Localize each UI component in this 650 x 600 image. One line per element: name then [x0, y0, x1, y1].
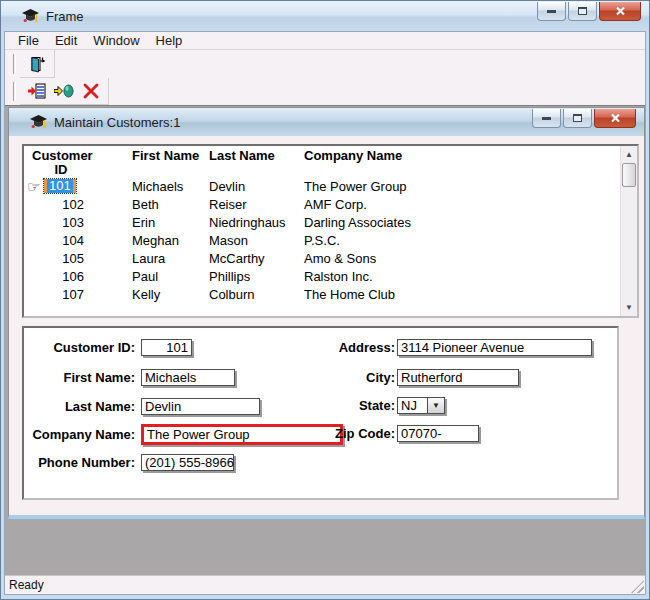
cell-first-name[interactable]: Kelly — [132, 287, 160, 302]
cell-company-name[interactable]: Amo & Sons — [304, 251, 376, 266]
delete-x-icon — [82, 82, 100, 100]
cell-first-name[interactable]: Meghan — [132, 233, 179, 248]
scrollbar-up-icon[interactable]: ▲ — [621, 147, 637, 162]
child-titlebar[interactable]: Maintain Customers:1 — [9, 108, 644, 136]
cell-first-name[interactable]: Paul — [132, 269, 158, 284]
menu-file[interactable]: File — [10, 32, 47, 49]
table-row[interactable]: 103 Erin Niedringhaus Darling Associates — [24, 214, 620, 232]
child-close-button[interactable] — [594, 109, 636, 128]
cell-customer-id[interactable]: 106 — [44, 269, 84, 284]
cell-company-name[interactable]: The Home Club — [304, 287, 395, 302]
insert-row-button[interactable] — [27, 81, 47, 101]
state-value: NJ — [398, 398, 427, 413]
cell-company-name[interactable]: The Power Group — [304, 179, 407, 194]
table-row[interactable]: 102 Beth Reiser AMF Corp. — [24, 196, 620, 214]
toolbar-row-2 — [5, 78, 645, 105]
toolbar-gripper[interactable] — [13, 82, 16, 101]
restore-icon — [573, 114, 582, 122]
last-name-label: Last Name: — [24, 398, 135, 415]
cell-last-name[interactable]: Colburn — [209, 287, 255, 302]
exit-button[interactable] — [27, 54, 47, 74]
close-button[interactable] — [599, 2, 641, 21]
customer-detail-form: Customer ID: 101 First Name: Michaels La… — [22, 326, 619, 500]
main-window: Frame File Edit Window Help — [0, 0, 650, 600]
cell-customer-id[interactable]: 105 — [44, 251, 84, 266]
selected-cell[interactable]: 101 — [43, 178, 77, 194]
dropdown-arrow-icon[interactable]: ▼ — [427, 398, 444, 413]
col-header-customer-id-line2: ID — [32, 162, 90, 177]
app-body: File Edit Window Help — [4, 31, 646, 595]
cell-first-name[interactable]: Beth — [132, 197, 159, 212]
app-icon — [21, 8, 40, 25]
cell-last-name[interactable]: Devlin — [209, 179, 245, 194]
city-label: City: — [224, 369, 395, 386]
cell-company-name[interactable]: AMF Corp. — [304, 197, 367, 212]
zip-code-label: Zip Code: — [224, 425, 395, 442]
cell-last-name[interactable]: McCarthy — [209, 251, 265, 266]
address-field[interactable]: 3114 Pioneer Avenue — [397, 339, 592, 356]
cell-customer-id[interactable]: 107 — [44, 287, 84, 302]
cell-last-name[interactable]: Reiser — [209, 197, 247, 212]
cell-company-name[interactable]: P.S.C. — [304, 233, 340, 248]
close-icon — [610, 113, 621, 123]
customer-id-field[interactable]: 101 — [141, 339, 192, 356]
grid-scrollbar[interactable]: ▲ ▼ — [620, 146, 637, 316]
status-text: Ready — [9, 578, 44, 592]
minimize-button[interactable] — [537, 2, 566, 21]
mdi-client: Maintain Customers:1 — [5, 105, 645, 575]
menu-edit[interactable]: Edit — [47, 32, 85, 49]
customer-grid: Customer ID First Name Last Name Company… — [22, 144, 639, 318]
zip-code-field[interactable]: 07070- — [397, 425, 479, 442]
col-header-customer-id: Customer — [32, 148, 90, 163]
row-indicator-hand-icon: ☞ — [27, 178, 40, 196]
phone-number-field[interactable]: (201) 555-8966 — [141, 454, 234, 471]
menu-help[interactable]: Help — [148, 32, 191, 49]
toolbar-row-1 — [5, 50, 645, 78]
city-field[interactable]: Rutherford — [397, 369, 519, 386]
close-icon — [615, 6, 626, 16]
table-row[interactable]: ☞ 101 Michaels D — [24, 178, 620, 196]
toolbar-gripper[interactable] — [13, 54, 16, 74]
table-row[interactable]: 106 Paul Phillips Ralston Inc. — [24, 268, 620, 286]
menubar: File Edit Window Help — [5, 32, 645, 50]
state-dropdown[interactable]: NJ ▼ — [397, 397, 445, 414]
grid-rows: ☞ 101 Michaels D — [24, 178, 620, 304]
main-titlebar[interactable]: Frame — [1, 1, 649, 31]
restore-icon — [578, 7, 587, 15]
cell-first-name[interactable]: Michaels — [132, 179, 183, 194]
child-restore-button[interactable] — [563, 109, 592, 128]
table-row[interactable]: 104 Meghan Mason P.S.C. — [24, 232, 620, 250]
child-body: Customer ID First Name Last Name Company… — [9, 136, 644, 514]
cell-company-name[interactable]: Darling Associates — [304, 215, 411, 230]
cell-customer-id[interactable]: 102 — [44, 197, 84, 212]
menu-window[interactable]: Window — [85, 32, 147, 49]
scrollbar-down-icon[interactable]: ▼ — [621, 300, 637, 315]
col-header-first-name: First Name — [132, 148, 199, 163]
table-row[interactable]: 107 Kelly Colburn The Home Club — [24, 286, 620, 304]
cell-last-name[interactable]: Mason — [209, 233, 248, 248]
scrollbar-thumb[interactable] — [622, 163, 636, 187]
delete-button[interactable] — [81, 81, 101, 101]
cell-last-name[interactable]: Niedringhaus — [209, 215, 286, 230]
exit-door-icon — [28, 55, 46, 73]
minimize-icon — [547, 10, 556, 13]
company-name-label: Company Name: — [24, 424, 135, 445]
first-name-field[interactable]: Michaels — [141, 369, 235, 386]
grid-header: Customer ID First Name Last Name Company… — [24, 146, 620, 178]
child-minimize-button[interactable] — [532, 109, 561, 128]
restore-button[interactable] — [568, 2, 597, 21]
address-label: Address: — [224, 339, 395, 356]
resize-grip[interactable] — [631, 580, 644, 593]
cell-company-name[interactable]: Ralston Inc. — [304, 269, 373, 284]
update-button[interactable] — [54, 81, 74, 101]
cell-first-name[interactable]: Erin — [132, 215, 155, 230]
cell-last-name[interactable]: Phillips — [209, 269, 250, 284]
minimize-icon — [542, 117, 551, 120]
text-caret — [73, 179, 76, 193]
child-window-title: Maintain Customers:1 — [54, 115, 180, 130]
state-label: State: — [224, 397, 395, 414]
cell-customer-id[interactable]: 103 — [44, 215, 84, 230]
cell-customer-id[interactable]: 104 — [44, 233, 84, 248]
cell-first-name[interactable]: Laura — [132, 251, 165, 266]
table-row[interactable]: 105 Laura McCarthy Amo & Sons — [24, 250, 620, 268]
